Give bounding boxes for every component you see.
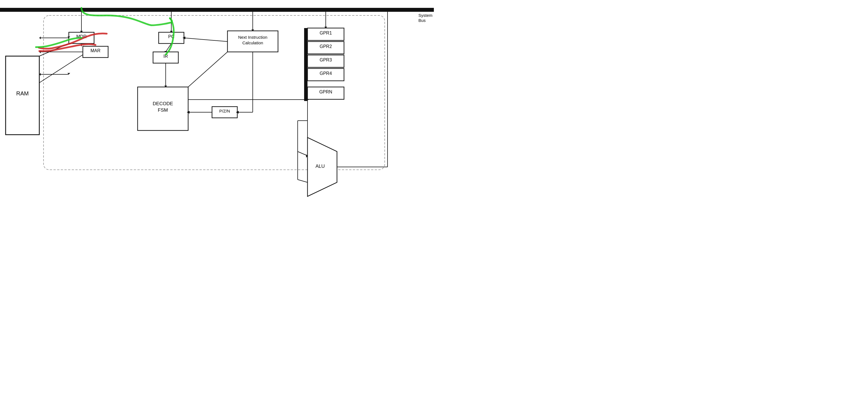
decode-fsm-label2: FSM [158, 107, 168, 113]
svg-line-40 [298, 151, 308, 156]
system-bus-label: System [418, 13, 432, 18]
gpr2-label: GPR2 [319, 44, 332, 49]
svg-line-43 [298, 179, 308, 182]
svg-line-32 [188, 52, 227, 87]
next-instruction-label2: Calculation [242, 40, 263, 45]
gpr-bus [304, 28, 308, 101]
decode-fsm-label1: DECODE [153, 101, 173, 106]
mar-label: MAR [90, 48, 100, 53]
diagram-canvas: System Bus RAM MDR MAR PC IR Next Instru… [0, 0, 434, 207]
next-instruction-label1: Next Instruction [238, 35, 267, 40]
gpr4-label: GPR4 [319, 71, 332, 76]
ram-label: RAM [16, 90, 29, 97]
gpr1-label: GPR1 [319, 31, 332, 35]
svg-marker-22 [39, 36, 41, 39]
gprn-label: GPRN [319, 90, 332, 94]
svg-line-28 [184, 38, 227, 41]
pzn-label: P/Z/N [219, 109, 230, 113]
system-bus-bar [0, 8, 434, 12]
system-bus-label2: Bus [418, 18, 426, 23]
alu-label: ALU [315, 164, 324, 169]
svg-line-20 [39, 55, 83, 83]
gpr3-label: GPR3 [319, 58, 332, 62]
